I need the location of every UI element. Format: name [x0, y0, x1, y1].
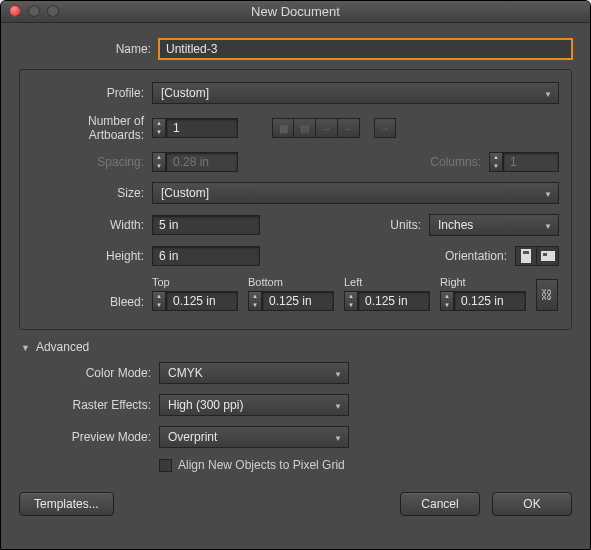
name-label: Name:	[19, 42, 159, 56]
units-value: Inches	[438, 218, 473, 232]
preview-mode-select[interactable]: Overprint	[159, 426, 349, 448]
row-rtl-icon: ←	[338, 118, 360, 138]
spacing-stepper: ▲▼	[152, 152, 166, 172]
raster-effects-label: Raster Effects:	[19, 398, 159, 412]
titlebar: New Document	[1, 1, 590, 23]
profile-label: Profile:	[32, 86, 152, 100]
arrange-rtl-icon: →	[374, 118, 396, 138]
bleed-link-icon[interactable]: ⛓	[536, 279, 558, 311]
bleed-label: Bleed:	[32, 295, 152, 311]
close-icon[interactable]	[9, 5, 21, 17]
color-mode-value: CMYK	[168, 366, 203, 380]
chevron-down-icon	[334, 398, 342, 412]
templates-button[interactable]: Templates...	[19, 492, 114, 516]
width-label: Width:	[32, 218, 152, 232]
zoom-icon	[47, 5, 59, 17]
bleed-left-stepper[interactable]: ▲▼	[344, 291, 358, 311]
advanced-header: Advanced	[36, 340, 89, 354]
bleed-top-stepper[interactable]: ▲▼	[152, 291, 166, 311]
grid-by-row-icon: ▦	[272, 118, 294, 138]
columns-input	[503, 152, 559, 172]
bleed-right-input[interactable]	[454, 291, 526, 311]
ok-button[interactable]: OK	[492, 492, 572, 516]
bleed-bottom-input[interactable]	[262, 291, 334, 311]
artboards-label: Number of Artboards:	[32, 114, 152, 142]
units-label: Units:	[390, 218, 429, 232]
columns-stepper: ▲▼	[489, 152, 503, 172]
chevron-down-icon	[334, 366, 342, 380]
raster-effects-value: High (300 ppi)	[168, 398, 243, 412]
color-mode-select[interactable]: CMYK	[159, 362, 349, 384]
artboards-input[interactable]	[166, 118, 238, 138]
minimize-icon	[28, 5, 40, 17]
name-input[interactable]	[159, 39, 572, 59]
bleed-bottom-label: Bottom	[248, 276, 334, 288]
align-pixel-grid-label: Align New Objects to Pixel Grid	[178, 458, 345, 472]
chevron-down-icon	[544, 186, 552, 200]
bleed-right-label: Right	[440, 276, 526, 288]
profile-select[interactable]: [Custom]	[152, 82, 559, 104]
window-title: New Document	[251, 4, 340, 19]
cancel-button[interactable]: Cancel	[400, 492, 480, 516]
bleed-top-input[interactable]	[166, 291, 238, 311]
size-label: Size:	[32, 186, 152, 200]
raster-effects-select[interactable]: High (300 ppi)	[159, 394, 349, 416]
chevron-down-icon	[544, 218, 552, 232]
orientation-portrait-button[interactable]	[515, 246, 537, 266]
units-select[interactable]: Inches	[429, 214, 559, 236]
bleed-right-stepper[interactable]: ▲▼	[440, 291, 454, 311]
height-input[interactable]	[152, 246, 260, 266]
align-pixel-grid-checkbox[interactable]: Align New Objects to Pixel Grid	[159, 458, 345, 472]
height-label: Height:	[32, 249, 152, 263]
orientation-landscape-button[interactable]	[537, 246, 559, 266]
bleed-bottom-stepper[interactable]: ▲▼	[248, 291, 262, 311]
artboard-arrange-group: ▦ ▤ → ←	[272, 118, 360, 138]
profile-value: [Custom]	[161, 86, 209, 100]
chevron-down-icon	[334, 430, 342, 444]
preview-mode-value: Overprint	[168, 430, 217, 444]
new-document-dialog: New Document Name: Profile: [Custom] Num…	[0, 0, 591, 550]
color-mode-label: Color Mode:	[19, 366, 159, 380]
preview-mode-label: Preview Mode:	[19, 430, 159, 444]
size-select[interactable]: [Custom]	[152, 182, 559, 204]
bleed-top-label: Top	[152, 276, 238, 288]
spacing-input	[166, 152, 238, 172]
grid-by-col-icon: ▤	[294, 118, 316, 138]
svg-rect-3	[543, 253, 547, 256]
width-input[interactable]	[152, 215, 260, 235]
bleed-left-input[interactable]	[358, 291, 430, 311]
bleed-left-label: Left	[344, 276, 430, 288]
size-value: [Custom]	[161, 186, 209, 200]
columns-label: Columns:	[430, 155, 489, 169]
orientation-label: Orientation:	[445, 249, 515, 263]
triangle-down-icon	[21, 340, 30, 354]
artboards-stepper[interactable]: ▲▼	[152, 118, 166, 138]
spacing-label: Spacing:	[32, 155, 152, 169]
checkbox-icon	[159, 459, 172, 472]
chevron-down-icon	[544, 86, 552, 100]
advanced-disclosure[interactable]: Advanced	[21, 340, 572, 354]
svg-rect-1	[523, 251, 529, 254]
row-ltr-icon: →	[316, 118, 338, 138]
